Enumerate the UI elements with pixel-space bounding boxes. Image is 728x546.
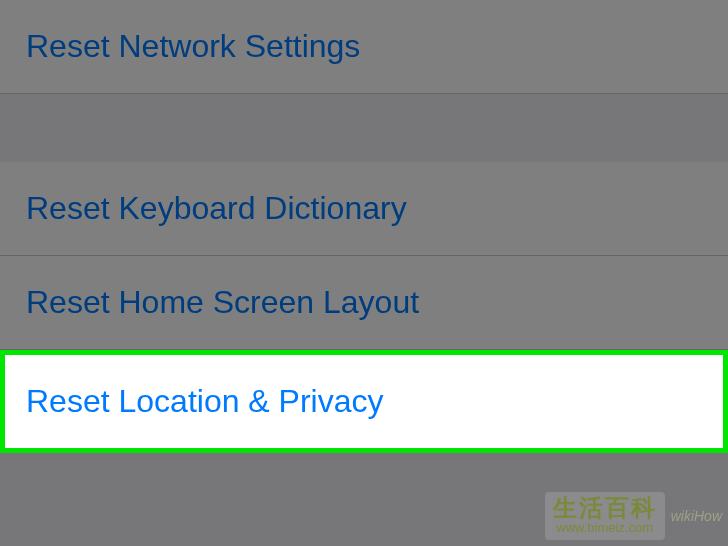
watermark-url-text: www.bimeiz.com — [556, 520, 653, 536]
settings-item-label: Reset Home Screen Layout — [26, 284, 419, 320]
settings-list: Reset Network Settings Reset Keyboard Di… — [0, 0, 728, 350]
settings-item-label: Reset Location & Privacy — [26, 383, 384, 419]
reset-home-screen-layout-item[interactable]: Reset Home Screen Layout — [0, 256, 728, 350]
reset-keyboard-dictionary-item[interactable]: Reset Keyboard Dictionary — [0, 162, 728, 256]
reset-location-privacy-item[interactable]: Reset Location & Privacy — [0, 350, 728, 453]
watermark-badge: 生活百科 www.bimeiz.com — [545, 492, 665, 540]
reset-network-settings-item[interactable]: Reset Network Settings — [0, 0, 728, 94]
settings-item-label: Reset Keyboard Dictionary — [26, 190, 407, 226]
watermark-source: wikiHow — [671, 508, 722, 524]
watermark: 生活百科 www.bimeiz.com wikiHow — [545, 492, 722, 540]
section-gap — [0, 94, 728, 162]
settings-item-label: Reset Network Settings — [26, 28, 360, 64]
watermark-chinese-text: 生活百科 — [553, 496, 657, 520]
